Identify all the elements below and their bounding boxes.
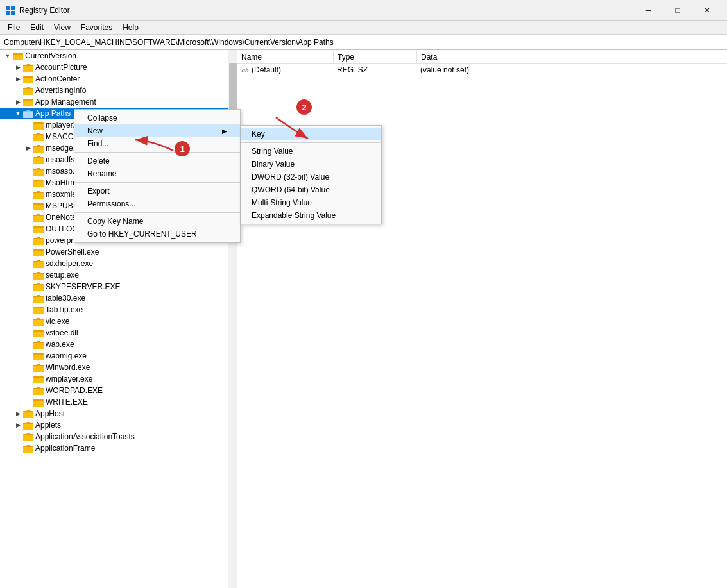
- tree-item-wab[interactable]: wab.exe: [0, 339, 237, 350]
- tree-item-appasso[interactable]: ApplicationAssociationToasts: [0, 431, 237, 442]
- scroll-thumb[interactable]: [229, 63, 237, 114]
- tree-label: vlc.exe: [46, 317, 69, 326]
- folder-icon: [33, 224, 44, 233]
- col-header-data: Data: [417, 51, 727, 63]
- ctx-delete[interactable]: Delete: [74, 155, 240, 167]
- tree-label: WORDPAD.EXE: [46, 386, 103, 395]
- registry-row-default[interactable]: ab (Default) REG_SZ (value not set): [237, 64, 727, 76]
- folder-icon: [33, 190, 44, 199]
- tree-item-actioncenter[interactable]: ActionCenter: [0, 73, 237, 85]
- menu-view[interactable]: View: [49, 22, 76, 33]
- expand-arrow: [3, 51, 13, 61]
- sub-item-expandable-string-value[interactable]: Expandable String Value: [241, 209, 381, 222]
- folder-icon: [33, 201, 44, 210]
- tree-label: ApplicationAssociationToasts: [35, 432, 135, 441]
- tree-label: AdvertisingInfo: [35, 86, 86, 95]
- expand-arrow: [13, 108, 23, 119]
- menu-help[interactable]: Help: [117, 22, 144, 33]
- annotation-badge-2: 2: [296, 99, 312, 115]
- folder-icon: [23, 409, 33, 418]
- tree-item-appframe[interactable]: ApplicationFrame: [0, 442, 237, 454]
- folder-icon: [33, 178, 44, 187]
- ctx-copy-key-name[interactable]: Copy Key Name: [74, 215, 240, 228]
- ctx-find[interactable]: Find...: [74, 137, 240, 150]
- menu-edit[interactable]: Edit: [25, 22, 49, 33]
- tree-label: SKYPESERVER.EXE: [46, 282, 121, 291]
- sub-item-key-label: Key: [252, 130, 265, 139]
- tree-item-accountpicture[interactable]: AccountPicture: [0, 62, 237, 73]
- tree-item-currentversion[interactable]: CurrentVersion: [0, 50, 237, 62]
- folder-icon: [23, 74, 33, 83]
- ctx-sep-2: [74, 182, 240, 183]
- tree-item-wordpad[interactable]: WORDPAD.EXE: [0, 385, 237, 396]
- folder-icon: [33, 398, 44, 407]
- tree-label: AppHost: [35, 409, 65, 418]
- tree-label: vstoee.dll: [46, 328, 78, 337]
- sub-item-qword-value[interactable]: QWORD (64-bit) Value: [241, 183, 381, 196]
- ctx-go-to-hkey[interactable]: Go to HKEY_CURRENT_USER: [74, 228, 240, 240]
- context-menu: Collapse New ▶ Find... Delete Rename Exp…: [74, 109, 241, 243]
- tree-item-table30[interactable]: table30.exe: [0, 292, 237, 304]
- ctx-export[interactable]: Export: [74, 185, 240, 197]
- ctx-permissions-label: Permissions...: [87, 199, 135, 208]
- tree-label: CurrentVersion: [25, 51, 76, 60]
- annotation-badge-1: 1: [175, 141, 190, 156]
- ctx-rename[interactable]: Rename: [74, 167, 240, 180]
- app-icon: [5, 5, 15, 15]
- tree-item-wmplayer[interactable]: wmplayer.exe: [0, 373, 237, 385]
- folder-icon: [33, 317, 44, 326]
- ctx-permissions[interactable]: Permissions...: [74, 197, 240, 210]
- folder-icon: [33, 282, 44, 291]
- ctx-sep-3: [74, 212, 240, 213]
- sub-item-multi-string-value[interactable]: Multi-String Value: [241, 196, 381, 209]
- ctx-collapse-label: Collapse: [87, 113, 117, 122]
- tree-item-wabmig[interactable]: wabmig.exe: [0, 350, 237, 362]
- sub-item-dword-value[interactable]: DWORD (32-bit) Value: [241, 171, 381, 183]
- tree-item-vlc[interactable]: vlc.exe: [0, 315, 237, 327]
- expand-arrow: [23, 143, 33, 153]
- menu-favorites[interactable]: Favorites: [76, 22, 117, 33]
- folder-icon: [13, 51, 23, 60]
- tree-item-apphost[interactable]: AppHost: [0, 408, 237, 419]
- tree-label: sdxhelper.exe: [46, 259, 93, 268]
- folder-icon: [33, 374, 44, 383]
- folder-icon: [23, 109, 33, 118]
- reg-value-name: (Default): [252, 65, 337, 74]
- tree-label: WRITE.EXE: [46, 398, 88, 407]
- tree-item-sdxhelper[interactable]: sdxhelper.exe: [0, 258, 237, 269]
- tree-item-vstoee[interactable]: vstoee.dll: [0, 327, 237, 339]
- folder-icon: [33, 259, 44, 268]
- folder-icon: [33, 351, 44, 360]
- sub-item-key[interactable]: Key: [241, 128, 381, 140]
- sub-item-dword-value-label: DWORD (32-bit) Value: [252, 172, 329, 181]
- tree-item-applets[interactable]: Applets: [0, 419, 237, 431]
- tree-item-tabtip[interactable]: TabTip.exe: [0, 304, 237, 315]
- folder-icon: [33, 386, 44, 395]
- ctx-new[interactable]: New ▶: [74, 124, 240, 137]
- sub-item-binary-value[interactable]: Binary Value: [241, 158, 381, 171]
- folder-icon: [33, 132, 44, 141]
- tree-item-powershell[interactable]: PowerShell.exe: [0, 246, 237, 258]
- title-bar: Registry Editor ─ □ ✕: [0, 0, 727, 21]
- tree-item-winword[interactable]: Winword.exe: [0, 362, 237, 373]
- folder-icon: [33, 328, 44, 337]
- maximize-button[interactable]: □: [663, 0, 692, 21]
- tree-label: PowerShell.exe: [46, 248, 99, 256]
- ctx-collapse[interactable]: Collapse: [74, 112, 240, 124]
- menu-bar: File Edit View Favorites Help: [0, 21, 727, 35]
- minimize-button[interactable]: ─: [633, 0, 663, 21]
- menu-file[interactable]: File: [3, 22, 25, 33]
- folder-icon: [33, 121, 44, 130]
- tree-item-write[interactable]: WRITE.EXE: [0, 396, 237, 408]
- folder-icon: [33, 236, 44, 245]
- folder-icon: [33, 340, 44, 349]
- sub-item-string-value[interactable]: String Value: [241, 145, 381, 158]
- tree-item-appmanagement[interactable]: App Management: [0, 96, 237, 108]
- close-button[interactable]: ✕: [692, 0, 722, 21]
- tree-item-skypeserver[interactable]: SKYPESERVER.EXE: [0, 281, 237, 292]
- ctx-sep-1: [74, 152, 240, 153]
- tree-item-setup[interactable]: setup.exe: [0, 269, 237, 281]
- tree-label: setup.exe: [46, 271, 79, 280]
- tree-label: TabTip.exe: [46, 305, 83, 314]
- tree-item-advertisinginfo[interactable]: AdvertisingInfo: [0, 85, 237, 96]
